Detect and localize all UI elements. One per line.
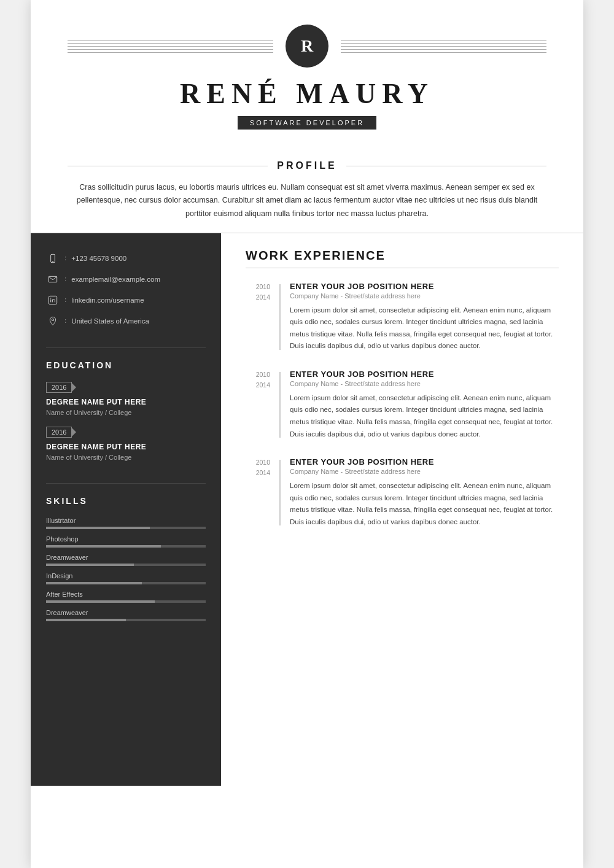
skill-item-0: Illustrtator (46, 517, 206, 529)
header-job-title: SOFTWARE DEVELOPER (238, 116, 376, 130)
education-section: EDUCATION 2016 DEGREE NAME PUT HERE Name… (46, 360, 206, 484)
sidebar: : +123 45678 9000 : examplemail@example.… (31, 233, 221, 786)
skill-name-2: Dreamweaver (46, 554, 206, 561)
linkedin-separator: : (64, 295, 66, 304)
email-separator: : (64, 274, 66, 284)
phone-text: +123 45678 9000 (71, 255, 126, 262)
skills-title: SKILLS (46, 496, 206, 506)
skill-bar-bg-5 (46, 619, 206, 621)
phone-icon (46, 252, 60, 265)
body-layout: : +123 45678 9000 : examplemail@example.… (31, 233, 583, 786)
skill-item-2: Dreamweaver (46, 554, 206, 566)
skill-item-5: Dreamweaver (46, 609, 206, 621)
skill-bar-fill-0 (46, 527, 150, 529)
contact-email: : examplemail@example.com (46, 273, 206, 286)
main-content: WORK EXPERIENCE 2010 2014 ENTER YOUR JOB… (221, 233, 583, 786)
email-text: examplemail@example.com (71, 276, 160, 283)
job-year-start-1: 2010 (246, 370, 270, 380)
job-company-2: Company Name - Street/state address here (290, 468, 559, 475)
job-year-start-0: 2010 (246, 282, 270, 292)
header-lines-left (68, 40, 273, 53)
skill-bar-fill-4 (46, 600, 155, 603)
skill-bar-fill-2 (46, 564, 134, 566)
skill-bar-bg-2 (46, 564, 206, 566)
skill-bar-fill-5 (46, 619, 126, 621)
job-years-2: 2010 2014 (246, 457, 270, 528)
job-entry-0: 2010 2014 ENTER YOUR JOB POSITION HERE C… (246, 282, 559, 352)
skill-bar-fill-3 (46, 582, 142, 584)
location-icon (46, 314, 60, 328)
job-year-end-2: 2014 (246, 468, 270, 478)
education-entry-2: 2016 DEGREE NAME PUT HERE Name of Univer… (46, 426, 206, 461)
education-title: EDUCATION (46, 360, 206, 370)
header-section: R RENÉ MAURY SOFTWARE DEVELOPER (31, 0, 583, 142)
linkedin-text: linkedin.com/username (71, 296, 144, 304)
edu-institution-1: Name of University / College (46, 409, 206, 416)
job-position-0: ENTER YOUR JOB POSITION HERE (290, 282, 559, 291)
profile-section: PROFILE Cras sollicitudin purus lacus, e… (31, 142, 583, 233)
job-entry-1: 2010 2014 ENTER YOUR JOB POSITION HERE C… (246, 370, 559, 440)
contact-section: : +123 45678 9000 : examplemail@example.… (46, 252, 206, 348)
header-decoration: R (68, 25, 546, 68)
skill-name-0: Illustrtator (46, 517, 206, 524)
skill-item-3: InDesign (46, 572, 206, 584)
job-desc-0: Lorem ipsum dolor sit amet, consectetur … (290, 304, 559, 352)
skill-bar-bg-1 (46, 545, 206, 548)
location-separator: : (64, 316, 66, 325)
email-icon (46, 273, 60, 286)
edu-institution-2: Name of University / College (46, 454, 206, 461)
skill-bar-bg-4 (46, 600, 206, 603)
job-desc-1: Lorem ipsum dolor sit amet, consectetur … (290, 392, 559, 440)
job-position-2: ENTER YOUR JOB POSITION HERE (290, 457, 559, 467)
job-year-end-1: 2014 (246, 380, 270, 390)
svg-point-5 (50, 298, 51, 298)
contact-phone: : +123 45678 9000 (46, 252, 206, 265)
contact-linkedin: : linkedin.com/username (46, 293, 206, 307)
svg-point-6 (52, 319, 53, 320)
skill-name-5: Dreamweaver (46, 609, 206, 616)
education-entry-1: 2016 DEGREE NAME PUT HERE Name of Univer… (46, 381, 206, 416)
location-text: United States of America (71, 317, 149, 325)
job-timeline-line-2 (279, 460, 281, 525)
skill-bar-bg-0 (46, 527, 206, 529)
svg-rect-2 (49, 276, 56, 282)
skill-item-1: Photoshop (46, 535, 206, 548)
edu-year-2: 2016 (46, 427, 72, 438)
skills-container: Illustrtator Photoshop Dreamweaver InDes… (46, 517, 206, 621)
job-entry-2: 2010 2014 ENTER YOUR JOB POSITION HERE C… (246, 457, 559, 528)
job-timeline-line-0 (279, 284, 281, 350)
job-position-1: ENTER YOUR JOB POSITION HERE (290, 370, 559, 379)
job-details-1: ENTER YOUR JOB POSITION HERE Company Nam… (290, 370, 559, 440)
header-initial-circle: R (286, 25, 328, 68)
svg-rect-1 (52, 261, 54, 262)
contact-location: : United States of America (46, 314, 206, 328)
job-details-0: ENTER YOUR JOB POSITION HERE Company Nam… (290, 282, 559, 352)
svg-rect-3 (49, 296, 56, 304)
job-year-end-0: 2014 (246, 292, 270, 303)
job-timeline-line-1 (279, 372, 281, 438)
skill-name-1: Photoshop (46, 535, 206, 543)
header-full-name: RENÉ MAURY (68, 77, 546, 110)
resume-wrapper: R RENÉ MAURY SOFTWARE DEVELOPER PROFILE … (31, 0, 583, 868)
job-year-start-2: 2010 (246, 457, 270, 468)
phone-separator: : (64, 254, 66, 263)
skill-item-4: After Effects (46, 591, 206, 603)
header-initial: R (301, 36, 313, 56)
job-company-1: Company Name - Street/state address here (290, 380, 559, 387)
job-desc-2: Lorem ipsum dolor sit amet, consectetur … (290, 480, 559, 528)
edu-degree-1: DEGREE NAME PUT HERE (46, 398, 206, 406)
profile-title: PROFILE (68, 160, 546, 171)
job-years-0: 2010 2014 (246, 282, 270, 352)
skill-name-4: After Effects (46, 591, 206, 598)
skill-bar-fill-1 (46, 545, 161, 548)
edu-year-1: 2016 (46, 382, 72, 393)
header-lines-right (341, 40, 546, 53)
job-company-0: Company Name - Street/state address here (290, 292, 559, 300)
profile-text: Cras sollicitudin purus lacus, eu lobort… (68, 181, 546, 220)
job-years-1: 2010 2014 (246, 370, 270, 440)
skills-section: SKILLS Illustrtator Photoshop Dreamweave… (46, 496, 206, 621)
skill-name-3: InDesign (46, 572, 206, 579)
skill-bar-bg-3 (46, 582, 206, 584)
job-details-2: ENTER YOUR JOB POSITION HERE Company Nam… (290, 457, 559, 528)
linkedin-icon (46, 293, 60, 307)
